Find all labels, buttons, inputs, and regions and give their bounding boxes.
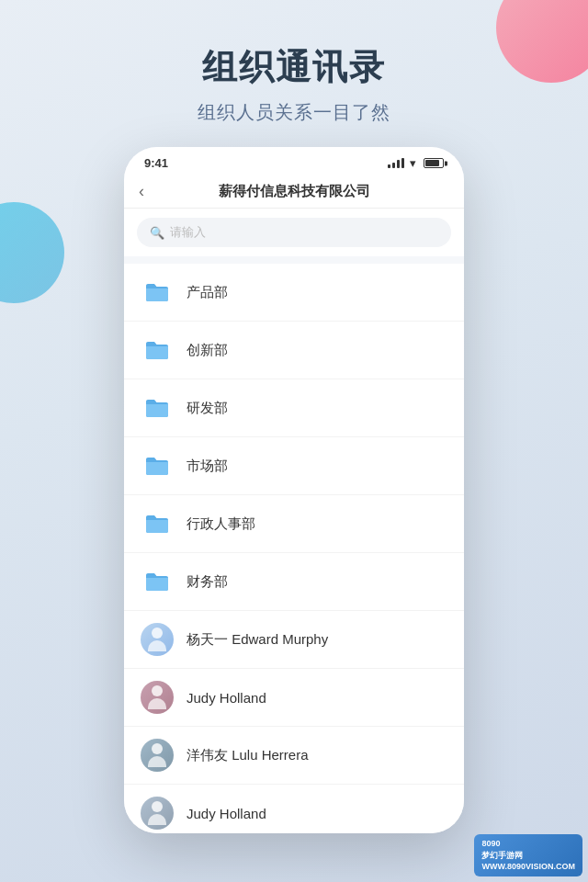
department-item[interactable]: 行政人事部 [124,495,464,553]
wifi-icon: ▾ [410,156,416,170]
department-name: 研发部 [187,400,228,417]
header-section: 组织通讯录 组织人员关系一目了然 [0,0,588,147]
contact-item[interactable]: 杨天一 Edward Murphy [124,611,464,669]
folder-icon [141,565,174,598]
department-item[interactable]: 创新部 [124,322,464,379]
avatar-figure [141,623,174,656]
departments-list: 产品部 创新部 研发部 [124,264,464,611]
department-item[interactable]: 产品部 [124,264,464,322]
contact-item[interactable]: Judy Holland [124,785,464,833]
contact-name: 杨天一 Edward Murphy [187,631,328,649]
department-item[interactable]: 财务部 [124,553,464,611]
folder-icon [141,391,174,424]
department-name: 市场部 [187,458,228,475]
folder-icon [141,507,174,540]
avatar [141,681,174,714]
signal-icon [388,158,404,168]
department-name: 创新部 [187,342,228,359]
search-placeholder: 请输入 [170,224,206,241]
watermark-line3: WWW.8090VISION.COM [481,861,575,873]
folder-icon [141,334,174,367]
contact-item[interactable]: 洋伟友 Lulu Herrera [124,727,464,785]
search-icon: 🔍 [150,226,164,240]
department-name: 产品部 [187,284,228,301]
avatar [141,623,174,656]
contact-name: Judy Holland [187,690,266,706]
page-title: 组织通讯录 [0,44,588,91]
watermark: 8090 梦幻手游网 WWW.8090VISION.COM [474,834,582,876]
list-container: 产品部 创新部 研发部 [124,264,464,833]
navbar: ‹ 薪得付信息科技有限公司 [124,175,464,209]
watermark-line1: 8090 [481,838,575,850]
contacts-list: 杨天一 Edward Murphy Judy Holland 洋伟友 Lulu … [124,611,464,833]
department-item[interactable]: 市场部 [124,437,464,495]
contact-name: Judy Holland [187,806,266,821]
watermark-line2: 梦幻手游网 [481,850,575,862]
avatar [141,797,174,830]
contact-name: 洋伟友 Lulu Herrera [187,747,309,764]
page-subtitle: 组织人员关系一目了然 [0,100,588,125]
back-button[interactable]: ‹ [139,182,144,201]
status-time: 9:41 [144,156,168,170]
avatar-figure [141,681,174,714]
search-bar[interactable]: 🔍 请输入 [137,218,451,247]
bg-decoration-circle-left [0,202,64,303]
folder-icon [141,276,174,309]
navbar-title: 薪得付信息科技有限公司 [219,183,370,200]
status-bar: 9:41 ▾ [124,147,464,175]
avatar [141,739,174,772]
status-icons: ▾ [388,156,444,170]
battery-icon [424,158,444,168]
folder-icon [141,449,174,482]
avatar-figure [141,797,174,830]
contact-item[interactable]: Judy Holland [124,669,464,727]
department-item[interactable]: 研发部 [124,379,464,437]
department-name: 财务部 [187,573,228,591]
department-name: 行政人事部 [187,515,255,533]
avatar-figure [141,739,174,772]
phone-mockup: 9:41 ▾ ‹ 薪得付信息科技有限公司 🔍 请输入 [124,147,464,833]
search-bar-wrapper: 🔍 请输入 [124,209,464,256]
